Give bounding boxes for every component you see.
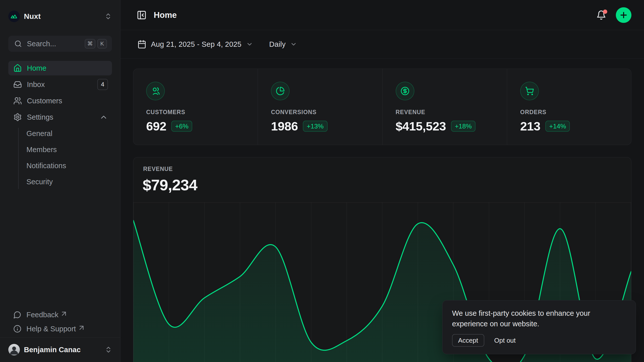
sidebar-item-label: Help & Support xyxy=(26,325,76,333)
plus-icon xyxy=(619,11,628,20)
filters-toolbar: Aug 21, 2025 - Sep 4, 2025 Daily xyxy=(120,30,644,59)
sidebar-subitem-members[interactable]: Members xyxy=(8,142,112,157)
nuxt-logo-icon xyxy=(8,11,20,22)
sidebar-item-label: Settings xyxy=(27,113,53,121)
inbox-icon xyxy=(13,80,22,89)
pie-chart-icon xyxy=(276,86,285,96)
info-circle-icon xyxy=(13,325,21,333)
shopping-cart-icon xyxy=(525,86,534,96)
users-round-icon xyxy=(151,86,160,96)
divider xyxy=(0,337,120,338)
workspace-switcher[interactable]: Nuxt xyxy=(8,10,112,23)
stat-customers[interactable]: CUSTOMERS692+6% xyxy=(133,69,258,145)
stat-revenue[interactable]: REVENUE$415,523+18% xyxy=(382,69,507,145)
user-menu[interactable]: Benjamin Canac xyxy=(5,341,115,358)
stat-label: CUSTOMERS xyxy=(146,109,248,116)
gear-icon xyxy=(13,113,22,121)
search-shortcut: ⌘ K xyxy=(85,39,107,49)
stat-icon-badge xyxy=(396,82,414,100)
users-icon xyxy=(13,97,22,105)
stat-delta-badge: +6% xyxy=(171,121,192,132)
sidebar-subitem-label: Members xyxy=(26,146,57,154)
calendar-icon xyxy=(137,40,146,49)
sidebar-subitem-label: Security xyxy=(26,178,53,186)
stat-orders[interactable]: ORDERS213+14% xyxy=(507,69,631,145)
stat-value: $415,523 xyxy=(396,119,446,133)
sidebar-subitem-notifications[interactable]: Notifications xyxy=(8,158,112,173)
sidebar-sub-list: GeneralMembersNotificationsSecurity xyxy=(8,126,112,191)
search-input[interactable]: Search... ⌘ K xyxy=(8,36,112,52)
stat-value: 692 xyxy=(146,119,166,133)
stat-icon-badge xyxy=(271,82,290,100)
sidebar-item-home[interactable]: Home xyxy=(8,61,112,75)
stat-value: 1986 xyxy=(271,119,298,133)
workspace-name: Nuxt xyxy=(24,12,41,21)
cookie-message: We use first-party cookies to enhance yo… xyxy=(452,308,626,329)
sidebar-item-label: Customers xyxy=(27,97,62,105)
search-icon xyxy=(14,40,22,48)
chevrons-up-down-icon xyxy=(105,346,112,353)
sidebar-subitem-security[interactable]: Security xyxy=(8,174,112,189)
stats-card: CUSTOMERS692+6%CONVERSIONS1986+13%REVENU… xyxy=(133,69,631,145)
sidebar-subitem-general[interactable]: General xyxy=(8,126,112,141)
arrow-up-right-icon xyxy=(60,310,68,318)
stat-conversions[interactable]: CONVERSIONS1986+13% xyxy=(258,69,382,145)
chevrons-up-down-icon xyxy=(104,13,112,20)
notification-dot xyxy=(603,10,607,14)
sidebar-subitem-label: General xyxy=(26,129,52,138)
inbox-count-badge: 4 xyxy=(97,79,108,90)
stat-value: 213 xyxy=(520,119,540,133)
sidebar: Nuxt Search... ⌘ K HomeInbox4CustomersSe… xyxy=(0,0,120,362)
sidebar-item-feedback[interactable]: Feedback xyxy=(8,308,112,322)
kbd-k: K xyxy=(97,39,107,49)
chevron-down-icon xyxy=(246,41,253,48)
add-button[interactable] xyxy=(616,7,631,23)
sidebar-item-help-support[interactable]: Help & Support xyxy=(8,322,112,336)
sidebar-item-label: Home xyxy=(27,64,46,72)
stat-delta-badge: +13% xyxy=(303,121,327,132)
sidebar-collapse-button[interactable] xyxy=(137,10,147,20)
stat-icon-badge xyxy=(520,82,539,100)
header-actions xyxy=(596,7,631,23)
revenue-chart-label: REVENUE xyxy=(143,166,631,172)
sidebar-item-settings[interactable]: Settings xyxy=(8,110,112,124)
user-name: Benjamin Canac xyxy=(24,346,81,354)
stat-delta-badge: +14% xyxy=(545,121,570,132)
sidebar-subitem-label: Notifications xyxy=(26,162,66,170)
sidebar-item-label: Inbox xyxy=(27,80,45,89)
avatar xyxy=(8,344,20,355)
dashboard-app: Nuxt Search... ⌘ K HomeInbox4CustomersSe… xyxy=(0,0,644,362)
dollar-circle-icon xyxy=(400,86,410,96)
page-header: Home xyxy=(120,0,644,30)
granularity-select[interactable]: Daily xyxy=(269,40,297,49)
sidebar-footer-nav: FeedbackHelp & Support xyxy=(8,308,112,336)
search-placeholder: Search... xyxy=(27,40,56,48)
sidebar-nav: HomeInbox4CustomersSettingsGeneralMember… xyxy=(8,61,112,192)
message-bubble-icon xyxy=(13,311,21,319)
cookie-optout-button[interactable]: Opt out xyxy=(494,337,516,344)
stat-label: ORDERS xyxy=(520,109,621,116)
page-title: Home xyxy=(154,10,177,20)
cookie-actions: Accept Opt out xyxy=(452,334,626,347)
cookie-accept-button[interactable]: Accept xyxy=(452,334,484,347)
date-range-picker[interactable]: Aug 21, 2025 - Sep 4, 2025 xyxy=(137,40,253,49)
date-range-label: Aug 21, 2025 - Sep 4, 2025 xyxy=(151,40,242,49)
home-icon xyxy=(13,64,22,72)
granularity-label: Daily xyxy=(269,40,286,49)
panel-left-close-icon xyxy=(137,10,147,20)
stat-label: REVENUE xyxy=(396,109,497,116)
sidebar-item-customers[interactable]: Customers xyxy=(8,94,112,108)
sidebar-item-label: Feedback xyxy=(26,311,58,319)
stat-icon-badge xyxy=(146,82,165,100)
cookie-banner: We use first-party cookies to enhance yo… xyxy=(442,300,636,354)
stat-label: CONVERSIONS xyxy=(271,109,372,116)
arrow-up-right-icon xyxy=(77,324,86,332)
sidebar-item-inbox[interactable]: Inbox4 xyxy=(8,77,112,92)
chevron-up-icon xyxy=(99,113,108,121)
notifications-button[interactable] xyxy=(596,10,606,20)
stat-delta-badge: +18% xyxy=(451,121,475,132)
revenue-chart-total: $79,234 xyxy=(143,176,631,194)
chevron-down-icon xyxy=(290,41,297,48)
kbd-cmd: ⌘ xyxy=(85,39,95,49)
